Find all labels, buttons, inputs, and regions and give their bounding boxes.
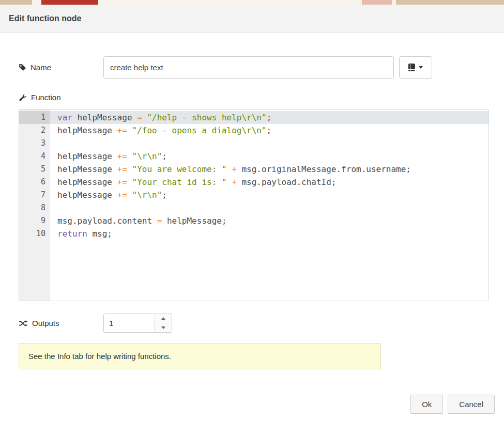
gutter-line-number: 3 bbox=[19, 137, 50, 150]
outputs-row: Outputs bbox=[19, 314, 490, 333]
gutter-line-number: 10 bbox=[19, 227, 50, 240]
wrench-icon bbox=[19, 93, 27, 102]
name-label-text: Name bbox=[30, 63, 51, 72]
flow-canvas-background bbox=[0, 0, 504, 5]
gutter-line-number: 4 bbox=[19, 150, 50, 163]
code-line[interactable] bbox=[50, 201, 488, 214]
outputs-label: Outputs bbox=[19, 319, 103, 328]
dialog-body: Name Function 12345678910 var helpMessag… bbox=[0, 33, 504, 369]
tag-icon bbox=[19, 64, 26, 71]
canvas-node-fragment bbox=[396, 0, 504, 5]
edit-function-node-dialog: Edit function node Name Function 1234567… bbox=[0, 5, 504, 421]
dialog-title: Edit function node bbox=[9, 14, 81, 23]
spinner-up-button[interactable] bbox=[155, 314, 172, 323]
chevron-down-icon bbox=[419, 66, 423, 69]
code-lines[interactable]: var helpMessage = "/help - shows help\r\… bbox=[50, 110, 488, 301]
code-line[interactable]: msg.payload.content = helpMessage; bbox=[50, 214, 488, 227]
code-line[interactable]: return msg; bbox=[50, 227, 488, 240]
gutter-line-number: 9 bbox=[19, 214, 50, 227]
ok-button[interactable]: Ok bbox=[410, 395, 443, 414]
canvas-node-fragment bbox=[0, 0, 32, 5]
triangle-down-icon bbox=[161, 326, 165, 329]
triangle-up-icon bbox=[161, 317, 165, 320]
code-line[interactable]: helpMessage += "You are welcome: " + msg… bbox=[50, 163, 488, 176]
gutter-line-number: 1 bbox=[19, 111, 50, 124]
code-line[interactable]: helpMessage += "\r\n"; bbox=[50, 189, 488, 201]
library-button[interactable] bbox=[399, 56, 432, 79]
gutter-line-number: 5 bbox=[19, 163, 50, 176]
outputs-label-text: Outputs bbox=[32, 319, 59, 328]
name-input[interactable] bbox=[103, 56, 394, 79]
name-label: Name bbox=[19, 63, 103, 72]
gutter-line-number: 6 bbox=[19, 176, 50, 189]
gutter-line-number: 8 bbox=[19, 201, 50, 214]
code-line[interactable] bbox=[50, 137, 488, 150]
gutter-line-number: 2 bbox=[19, 124, 50, 137]
spinner-buttons bbox=[155, 314, 172, 332]
outputs-input[interactable] bbox=[104, 314, 155, 332]
cancel-button[interactable]: Cancel bbox=[448, 395, 495, 414]
code-line[interactable]: var helpMessage = "/help - shows help\r\… bbox=[50, 111, 488, 124]
shuffle-icon bbox=[19, 320, 28, 327]
spinner-down-button[interactable] bbox=[155, 323, 172, 332]
canvas-node-fragment bbox=[41, 0, 98, 5]
code-gutter: 12345678910 bbox=[19, 110, 50, 301]
function-label-text: Function bbox=[31, 93, 61, 102]
canvas-node-fragment bbox=[362, 0, 392, 5]
book-icon bbox=[408, 64, 415, 71]
gutter-line-number: 7 bbox=[19, 189, 50, 201]
form-tip: See the Info tab for help writing functi… bbox=[19, 343, 381, 369]
function-label: Function bbox=[19, 93, 103, 102]
code-line[interactable]: helpMessage += "/foo - opens a dialog\r\… bbox=[50, 124, 488, 137]
dialog-buttons: Ok Cancel bbox=[410, 395, 495, 414]
outputs-spinner bbox=[103, 314, 172, 333]
function-code-editor[interactable]: 12345678910 var helpMessage = "/help - s… bbox=[19, 109, 489, 301]
function-label-row: Function bbox=[19, 93, 490, 102]
name-row: Name bbox=[19, 56, 490, 79]
code-line[interactable]: helpMessage += "Your chat id is: " + msg… bbox=[50, 176, 488, 189]
code-line[interactable]: helpMessage += "\r\n"; bbox=[50, 150, 488, 163]
dialog-header: Edit function node bbox=[0, 5, 504, 33]
